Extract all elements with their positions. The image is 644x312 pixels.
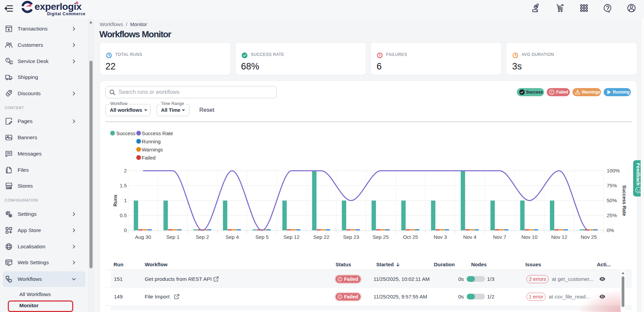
svg-text:Sep 12: Sep 12 <box>283 234 300 240</box>
svg-text:Nov 3: Nov 3 <box>434 234 447 240</box>
svg-text:1.5: 1.5 <box>120 183 127 188</box>
svg-text:Nov 10: Nov 10 <box>521 234 538 240</box>
svg-text:Nov 7: Nov 7 <box>493 234 506 240</box>
svg-text:?: ? <box>7 58 8 62</box>
svg-text:1: 1 <box>124 197 127 203</box>
svg-text:Runs: Runs <box>113 194 118 206</box>
svg-text:2: 2 <box>124 168 127 173</box>
svg-text:25%: 25% <box>607 212 617 218</box>
svg-text:!: ! <box>11 62 12 64</box>
svg-text:Sep 1: Sep 1 <box>166 234 179 240</box>
svg-text:Sep 25: Sep 25 <box>373 234 389 240</box>
svg-text:Oct 25: Oct 25 <box>403 234 418 240</box>
svg-text:Nov 4: Nov 4 <box>463 234 476 240</box>
svg-text:0: 0 <box>124 227 127 233</box>
svg-text:0%: 0% <box>607 227 614 233</box>
svg-text:Nov 12: Nov 12 <box>551 234 567 240</box>
svg-text:Sep 5: Sep 5 <box>255 234 268 240</box>
svg-text:Aug 30: Aug 30 <box>135 234 151 240</box>
svg-text:100%: 100% <box>607 168 620 173</box>
svg-text:50%: 50% <box>607 197 617 203</box>
svg-text:Sep 4: Sep 4 <box>225 234 239 240</box>
svg-text:Success Rate: Success Rate <box>622 185 627 216</box>
svg-text:75%: 75% <box>607 183 617 188</box>
svg-text:Sep 23: Sep 23 <box>343 234 359 240</box>
svg-text:Sep 22: Sep 22 <box>313 234 329 240</box>
svg-text:Nov 25: Nov 25 <box>581 234 597 240</box>
svg-text:0.5: 0.5 <box>120 212 127 218</box>
svg-text:Sep 2: Sep 2 <box>196 234 209 240</box>
